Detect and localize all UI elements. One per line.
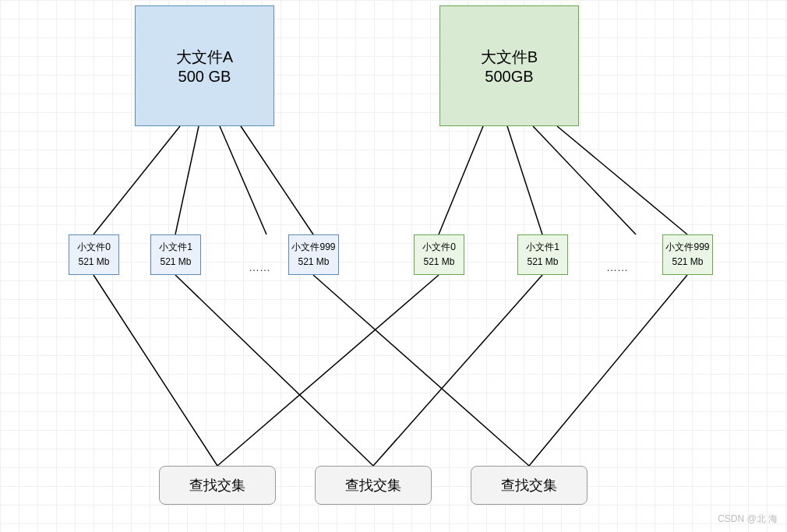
big-file-a[interactable]: 大文件A 500 GB	[135, 5, 274, 126]
big-file-b[interactable]: 大文件B 500GB	[439, 5, 579, 126]
small-file-b-0[interactable]: 小文件0 521 Mb	[414, 234, 464, 275]
small-file-label: 小文件1	[526, 240, 559, 255]
ellipsis-b: ……	[606, 261, 628, 273]
small-file-size: 521 Mb	[298, 255, 329, 270]
result-box-2[interactable]: 查找交集	[315, 466, 432, 505]
big-file-a-name: 大文件A	[176, 47, 233, 68]
result-label: 查找交集	[345, 476, 401, 495]
big-file-b-name: 大文件B	[481, 47, 538, 68]
big-file-b-size: 500GB	[485, 68, 533, 86]
result-box-1[interactable]: 查找交集	[159, 466, 276, 505]
small-file-b-999[interactable]: 小文件999 521 Mb	[662, 234, 713, 275]
small-file-a-999[interactable]: 小文件999 521 Mb	[288, 234, 339, 275]
small-file-label: 小文件999	[665, 240, 709, 255]
small-file-size: 521 Mb	[423, 255, 454, 270]
small-file-a-1[interactable]: 小文件1 521 Mb	[150, 234, 201, 275]
small-file-label: 小文件1	[159, 240, 192, 255]
big-file-a-size: 500 GB	[178, 68, 231, 86]
result-label: 查找交集	[189, 476, 245, 495]
result-box-3[interactable]: 查找交集	[471, 466, 588, 505]
small-file-b-1[interactable]: 小文件1 521 Mb	[517, 234, 568, 275]
watermark: CSDN @北 海	[718, 513, 778, 526]
small-file-label: 小文件999	[291, 240, 335, 255]
small-file-label: 小文件0	[77, 240, 111, 255]
small-file-size: 521 Mb	[672, 255, 703, 270]
result-label: 查找交集	[501, 476, 557, 495]
small-file-size: 521 Mb	[78, 255, 109, 270]
small-file-size: 521 Mb	[160, 255, 191, 270]
ellipsis-a: ……	[249, 261, 270, 273]
small-file-label: 小文件0	[422, 240, 456, 255]
small-file-size: 521 Mb	[527, 255, 558, 270]
small-file-a-0[interactable]: 小文件0 521 Mb	[69, 234, 119, 275]
